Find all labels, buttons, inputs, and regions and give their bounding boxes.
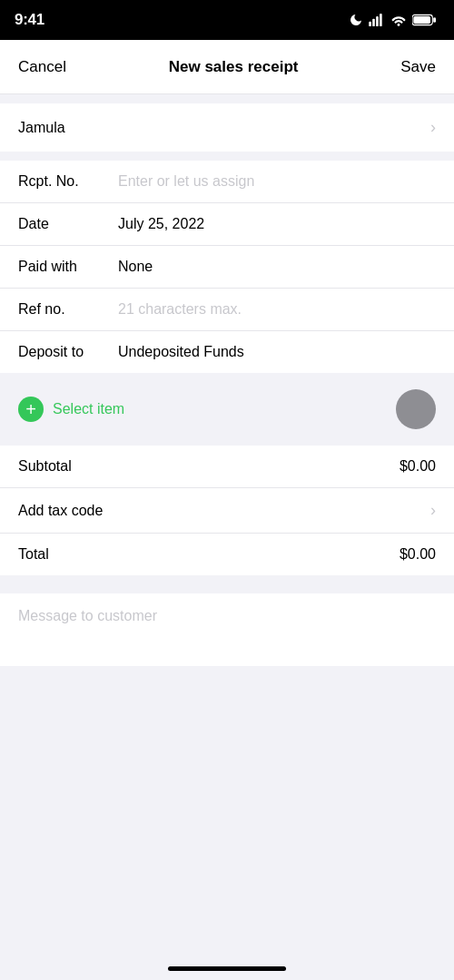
svg-rect-1 xyxy=(372,19,375,26)
wifi-icon xyxy=(390,14,407,26)
date-value: July 25, 2022 xyxy=(118,216,436,232)
form-card: Rcpt. No. Enter or let us assign Date Ju… xyxy=(0,161,454,373)
moon-icon xyxy=(349,13,363,27)
paid-with-value: None xyxy=(118,259,436,275)
customer-name: Jamula xyxy=(18,120,65,136)
select-item-label[interactable]: Select item xyxy=(53,401,124,417)
nav-bar: Cancel New sales receipt Save xyxy=(0,40,454,94)
ref-no-row[interactable]: Ref no. 21 characters max. xyxy=(0,289,454,331)
status-icons xyxy=(349,13,436,27)
svg-rect-6 xyxy=(433,17,436,23)
section-gap-5 xyxy=(0,575,454,584)
message-placeholder: Message to customer xyxy=(18,608,157,623)
rcpt-no-row[interactable]: Rcpt. No. Enter or let us assign xyxy=(0,161,454,203)
subtotal-label: Subtotal xyxy=(18,458,72,475)
tax-chevron-icon: › xyxy=(430,501,436,520)
svg-rect-3 xyxy=(380,14,382,26)
svg-rect-2 xyxy=(376,16,379,26)
tax-label: Add tax code xyxy=(18,503,103,519)
customer-row[interactable]: Jamula › xyxy=(0,103,454,152)
message-section[interactable]: Message to customer xyxy=(0,593,454,666)
customer-chevron-icon: › xyxy=(430,118,436,137)
home-indicator xyxy=(168,966,286,971)
status-bar: 9:41 xyxy=(0,0,454,40)
paid-with-row[interactable]: Paid with None xyxy=(0,246,454,289)
date-label: Date xyxy=(18,216,118,232)
section-gap-3 xyxy=(0,373,454,382)
page-title: New sales receipt xyxy=(169,58,299,76)
ref-no-placeholder: 21 characters max. xyxy=(118,301,436,318)
drag-handle xyxy=(396,389,436,429)
paid-with-label: Paid with xyxy=(18,259,118,275)
save-button[interactable]: Save xyxy=(400,58,436,76)
subtotal-value: $0.00 xyxy=(400,458,436,475)
signal-icon xyxy=(369,14,385,26)
battery-icon xyxy=(412,14,436,26)
section-gap-4 xyxy=(0,436,454,446)
svg-rect-5 xyxy=(413,16,430,24)
subtotal-row: Subtotal $0.00 xyxy=(0,446,454,488)
deposit-to-row[interactable]: Deposit to Undeposited Funds xyxy=(0,331,454,373)
svg-rect-0 xyxy=(369,22,371,26)
rcpt-no-placeholder: Enter or let us assign xyxy=(118,173,436,190)
status-time: 9:41 xyxy=(15,11,44,29)
deposit-to-label: Deposit to xyxy=(18,344,118,360)
add-tax-code-row[interactable]: Add tax code › xyxy=(0,488,454,534)
total-value: $0.00 xyxy=(400,546,436,563)
add-item-button[interactable]: + xyxy=(18,397,44,422)
totals-section: Subtotal $0.00 Add tax code › Total $0.0… xyxy=(0,446,454,575)
cancel-button[interactable]: Cancel xyxy=(18,58,66,76)
total-label: Total xyxy=(18,546,49,563)
plus-icon: + xyxy=(25,400,36,418)
deposit-to-value: Undeposited Funds xyxy=(118,344,436,360)
date-row[interactable]: Date July 25, 2022 xyxy=(0,203,454,246)
section-gap-1 xyxy=(0,94,454,103)
rcpt-no-label: Rcpt. No. xyxy=(18,173,118,190)
total-row: Total $0.00 xyxy=(0,534,454,575)
ref-no-label: Ref no. xyxy=(18,301,118,318)
section-gap-2 xyxy=(0,152,454,161)
items-section: + Select item xyxy=(0,382,454,436)
